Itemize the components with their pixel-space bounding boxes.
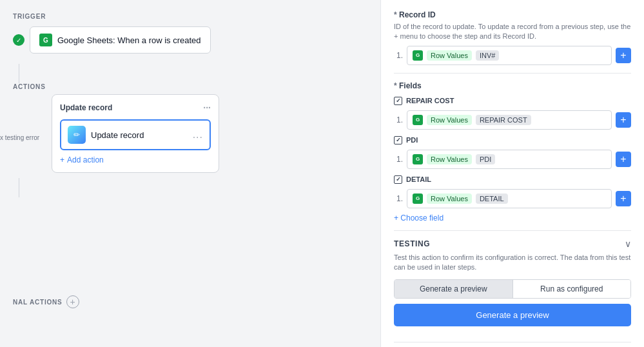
action-group: Update record ··· ✏ Update record ... + …	[52, 94, 219, 173]
detail-checkbox[interactable]: ✓	[394, 175, 402, 184]
testing-chevron-icon[interactable]: ∨	[625, 239, 631, 249]
detail-chip1: Row Values	[427, 193, 472, 204]
trigger-label: TRIGGER	[13, 13, 367, 20]
pdi-row-num: 1.	[394, 155, 403, 164]
action-item-icon: ✏	[68, 126, 86, 144]
repair-cost-checkbox[interactable]: ✓	[394, 97, 402, 105]
final-actions-add-button[interactable]: +	[66, 295, 79, 308]
record-id-chip-container[interactable]: G Row Values INV#	[407, 46, 612, 65]
detail-label: DETAIL	[406, 175, 431, 183]
repair-cost-row: 1. G Row Values REPAIR COST +	[394, 110, 631, 130]
testing-header: TESTING ∨	[394, 239, 631, 249]
detail-sheets-icon: G	[413, 193, 423, 204]
pdi-sheets-icon: G	[413, 154, 423, 164]
detail-chip2: DETAIL	[476, 193, 508, 204]
pdi-chip2: PDI	[476, 154, 495, 164]
repair-cost-divider: ✓ REPAIR COST	[394, 97, 631, 105]
repair-cost-sheets-icon: G	[413, 115, 423, 125]
pdi-chip1: Row Values	[427, 154, 472, 164]
testing-hint: Test this action to confirm its configur…	[394, 253, 631, 273]
right-panel: Record ID ID of the record to update. To…	[380, 0, 644, 347]
detail-add-button[interactable]: +	[616, 191, 631, 206]
action-item-dots-icon[interactable]: ...	[193, 129, 203, 141]
pdi-chip-container[interactable]: G Row Values PDI	[407, 150, 612, 169]
trigger-sheets-icon: G	[39, 34, 52, 46]
repair-cost-chip1: Row Values	[427, 115, 472, 125]
left-panel: TRIGGER ✓ G Google Sheets: When a row is…	[0, 0, 380, 347]
repair-cost-label: REPAIR COST	[406, 97, 454, 104]
add-action-button[interactable]: + Add action	[60, 155, 211, 164]
action-item[interactable]: ✏ Update record ...	[60, 119, 211, 150]
pdi-label: PDI	[406, 136, 418, 144]
repair-cost-chip2: REPAIR COST	[476, 115, 531, 125]
actions-label: ACTIONS	[13, 83, 367, 90]
record-id-hint: ID of the record to update. To update a …	[394, 22, 631, 42]
fields-section: Fields ✓ REPAIR COST 1. G Row Values REP…	[394, 81, 631, 223]
record-id-chip1: Row Values	[427, 50, 472, 61]
repair-cost-add-button[interactable]: +	[616, 112, 631, 128]
run-configured-button[interactable]: Run as configured	[513, 280, 631, 298]
detail-chip-container[interactable]: G Row Values DETAIL	[407, 189, 612, 208]
generate-preview-main-button[interactable]: Generate a preview	[394, 304, 631, 326]
pdi-add-button[interactable]: +	[616, 152, 631, 167]
action-item-label: Update record	[91, 130, 188, 140]
choose-field-button[interactable]: + Choose field	[394, 213, 631, 223]
test-btn-row: Generate a preview Run as configured	[394, 279, 631, 299]
connector-line-2	[19, 178, 19, 197]
repair-cost-chip-container[interactable]: G Row Values REPAIR COST	[407, 110, 612, 130]
generate-preview-button[interactable]: Generate a preview	[395, 280, 512, 298]
divider-2	[394, 230, 631, 231]
plus-icon: +	[60, 155, 64, 164]
record-id-row-num: 1.	[394, 51, 403, 60]
record-id-label: Record ID	[394, 10, 631, 19]
fields-label: Fields	[394, 81, 631, 90]
final-actions: NAL ACTIONS +	[13, 295, 79, 308]
connector-line	[19, 64, 19, 83]
trigger-card-label: Google Sheets: When a row is created	[57, 35, 201, 45]
pdi-checkbox[interactable]: ✓	[394, 136, 402, 144]
testing-title: TESTING	[394, 239, 430, 248]
detail-row-num: 1.	[394, 194, 403, 203]
trigger-check-icon: ✓	[13, 34, 24, 46]
divider-1	[394, 73, 631, 74]
error-label: x testing error	[0, 132, 39, 142]
detail-row: 1. G Row Values DETAIL +	[394, 189, 631, 208]
detail-divider: ✓ DETAIL	[394, 175, 631, 184]
record-id-sheets-icon: G	[413, 50, 423, 61]
pdi-divider: ✓ PDI	[394, 136, 631, 144]
record-id-row: 1. G Row Values INV# +	[394, 46, 631, 65]
pdi-row: 1. G Row Values PDI +	[394, 150, 631, 169]
testing-section: TESTING ∨ Test this action to confirm it…	[394, 239, 631, 334]
record-id-add-button[interactable]: +	[616, 48, 631, 63]
repair-cost-row-num: 1.	[394, 115, 403, 124]
group-dots-icon[interactable]: ···	[203, 103, 211, 113]
divider-3	[394, 342, 631, 342]
trigger-card[interactable]: G Google Sheets: When a row is created	[30, 26, 211, 54]
action-group-title: Update record ···	[60, 103, 211, 113]
record-id-chip2: INV#	[476, 50, 499, 61]
trigger-section: ✓ G Google Sheets: When a row is created	[13, 26, 367, 54]
record-id-section: Record ID ID of the record to update. To…	[394, 10, 631, 65]
